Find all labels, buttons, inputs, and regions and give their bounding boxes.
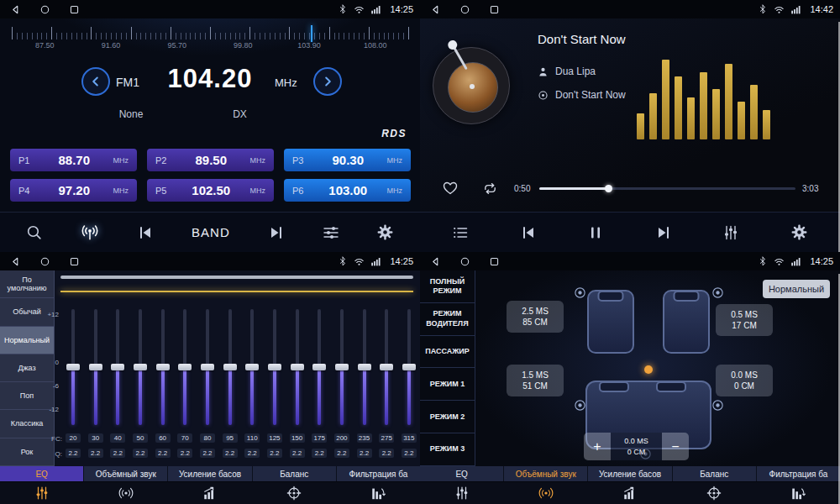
bluetooth-icon	[338, 4, 348, 14]
tuner-pointer[interactable]	[311, 25, 312, 42]
nav-back-icon[interactable]	[430, 4, 441, 15]
ruler-tick	[398, 33, 399, 39]
eq-band-slider[interactable]	[155, 304, 171, 430]
eq-band-slider[interactable]	[223, 304, 238, 430]
nav-recents-icon[interactable]	[69, 4, 80, 15]
mixer-button[interactable]	[722, 224, 739, 241]
eq-band-slider[interactable]	[267, 304, 282, 430]
nav-recents-icon[interactable]	[489, 4, 500, 15]
eq-band-slider[interactable]	[66, 304, 81, 430]
preset-button-p1[interactable]: P1 88.70 MHz	[10, 149, 137, 171]
preset-button-p2[interactable]: P2 89.50 MHz	[147, 149, 274, 171]
decrease-button[interactable]: −	[662, 433, 689, 460]
settings-button[interactable]	[376, 223, 394, 241]
ruler-tick	[111, 33, 112, 39]
eq-band-slider[interactable]	[357, 304, 372, 430]
nav-home-icon[interactable]	[459, 4, 470, 15]
mode-1[interactable]: РЕЖИМ 1	[420, 368, 475, 401]
repeat-button[interactable]	[482, 181, 498, 197]
nav-recents-icon[interactable]	[69, 256, 80, 267]
next-station-button[interactable]	[268, 224, 285, 241]
pause-button[interactable]	[587, 224, 604, 241]
ruler-tick	[319, 33, 320, 39]
nav-back-icon[interactable]	[10, 4, 21, 15]
eq-band-slider[interactable]	[290, 304, 305, 430]
tab-bass-boost[interactable]: Усиление басов	[168, 466, 252, 481]
delay-front-left[interactable]: 2.5 MS 85 CM	[507, 301, 564, 333]
preset-button-p6[interactable]: P6 103.00 MHz	[284, 179, 411, 202]
tab-surround[interactable]: Объёмный звук	[504, 466, 588, 481]
eq-band-slider[interactable]	[244, 304, 260, 430]
nav-home-icon[interactable]	[39, 256, 50, 267]
eq-preset-classic[interactable]: Классика	[0, 410, 54, 438]
mode-full[interactable]: ПОЛНЫЙ РЕЖИМ	[420, 270, 475, 303]
mode-3[interactable]: РЕЖИМ 3	[420, 433, 475, 466]
tune-up-button[interactable]	[313, 67, 342, 96]
filter-tab-icon[interactable]	[336, 482, 420, 504]
listening-position-dot[interactable]	[644, 365, 653, 374]
eq-band-slider[interactable]	[88, 304, 103, 430]
eq-band-slider[interactable]	[379, 304, 394, 430]
mode-passenger[interactable]: ПАССАЖИР	[420, 336, 475, 369]
nav-recents-icon[interactable]	[489, 256, 500, 267]
eq-band-slider[interactable]	[312, 304, 327, 430]
surround-tab-icon[interactable]	[84, 482, 168, 504]
nav-home-icon[interactable]	[459, 256, 470, 267]
tuner-ruler[interactable]	[12, 23, 408, 39]
progress-knob[interactable]	[605, 185, 612, 192]
profile-button[interactable]: Нормальный	[763, 280, 830, 298]
tab-filter[interactable]: Фильтрация ба	[757, 466, 840, 481]
eq-preset-default[interactable]: По умолчанию	[0, 270, 54, 298]
filter-tab-icon[interactable]	[756, 482, 840, 504]
balance-tab-icon[interactable]	[252, 482, 336, 504]
bass-boost-tab-icon[interactable]	[588, 482, 672, 504]
tab-balance[interactable]: Баланс	[253, 466, 337, 481]
radio-source-button[interactable]	[81, 223, 99, 242]
preset-button-p4[interactable]: P4 97.20 MHz	[10, 179, 137, 202]
increase-button[interactable]: +	[584, 433, 611, 460]
delay-rear-left[interactable]: 1.5 MS 51 CM	[507, 365, 564, 396]
nav-back-icon[interactable]	[10, 256, 21, 267]
surround-tab-icon[interactable]	[504, 482, 588, 504]
eq-band-slider[interactable]	[200, 304, 215, 430]
tab-surround[interactable]: Объёмный звук	[84, 466, 168, 481]
eq-preset-normal[interactable]: Нормальный	[0, 327, 54, 354]
eq-band-slider[interactable]	[402, 304, 417, 430]
scan-button[interactable]	[25, 223, 43, 241]
delay-rear-right[interactable]: 0.0 MS 0 CM	[716, 365, 773, 396]
previous-station-button[interactable]	[137, 224, 154, 241]
tab-bass-boost[interactable]: Усиление басов	[588, 466, 672, 481]
balance-tab-icon[interactable]	[672, 482, 756, 504]
eq-band-slider[interactable]	[177, 304, 192, 430]
eq-scrollbar[interactable]	[60, 276, 413, 279]
eq-band-slider[interactable]	[133, 304, 148, 430]
favorite-button[interactable]	[442, 180, 459, 197]
artist-icon	[538, 66, 549, 77]
status-bar: 14:42	[420, 0, 840, 18]
preset-button-p5[interactable]: P5 102.50 MHz	[147, 179, 274, 202]
mode-2[interactable]: РЕЖИМ 2	[420, 401, 475, 433]
tab-eq[interactable]: EQ	[0, 466, 84, 481]
next-track-button[interactable]	[655, 224, 672, 241]
eq-band-slider[interactable]	[110, 304, 125, 430]
nav-back-icon[interactable]	[430, 256, 441, 267]
eq-tab-icon[interactable]	[0, 482, 84, 504]
settings-button[interactable]	[790, 223, 808, 241]
tab-balance[interactable]: Баланс	[673, 466, 757, 481]
preset-button-p3[interactable]: P3 90.30 MHz	[284, 149, 411, 171]
eq-settings-button[interactable]	[323, 224, 339, 241]
mode-driver[interactable]: РЕЖИМ ВОДИТЕЛЯ	[420, 303, 475, 336]
eq-tab-icon[interactable]	[420, 482, 504, 504]
progress-bar[interactable]	[539, 187, 795, 190]
tab-filter[interactable]: Фильтрация ба	[337, 466, 420, 481]
eq-band-slider[interactable]	[334, 304, 349, 430]
delay-front-right[interactable]: 0.5 MS 17 CM	[716, 304, 773, 336]
previous-track-button[interactable]	[520, 224, 537, 241]
tab-eq[interactable]: EQ	[420, 466, 504, 481]
tune-down-button[interactable]	[81, 67, 110, 96]
bass-boost-tab-icon[interactable]	[168, 482, 252, 504]
queue-button[interactable]	[452, 224, 469, 241]
nav-home-icon[interactable]	[39, 4, 50, 15]
band-button[interactable]: BAND	[192, 225, 230, 239]
ruler-tick	[354, 33, 354, 39]
